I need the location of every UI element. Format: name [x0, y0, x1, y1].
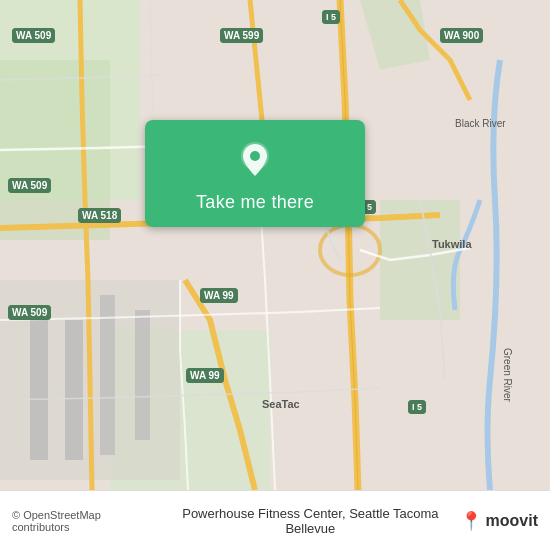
- highway-wa509-mid: WA 509: [8, 178, 51, 193]
- green-river-label: Green River: [502, 348, 513, 402]
- svg-rect-10: [135, 310, 150, 440]
- highway-wa518a: WA 518: [78, 208, 121, 223]
- svg-rect-8: [65, 320, 83, 460]
- highway-i5-north: I 5: [322, 10, 340, 24]
- highway-wa599: WA 599: [220, 28, 263, 43]
- black-river-label: Black River: [455, 118, 506, 129]
- highway-wa900: WA 900: [440, 28, 483, 43]
- highway-wa509-top: WA 509: [12, 28, 55, 43]
- seatac-label: SeaTac: [262, 398, 300, 410]
- copyright-text: © OpenStreetMap contributors: [12, 509, 161, 533]
- location-pin-icon: [233, 138, 277, 182]
- svg-rect-9: [100, 295, 115, 455]
- button-label: Take me there: [196, 192, 314, 213]
- tukwila-label: Tukwila: [432, 238, 472, 250]
- bottom-bar: © OpenStreetMap contributors Powerhouse …: [0, 490, 550, 550]
- highway-wa99-bot: WA 99: [186, 368, 224, 383]
- moovit-logo: 📍 moovit: [460, 510, 538, 532]
- highway-i5-south: I 5: [408, 400, 426, 414]
- location-name: Powerhouse Fitness Center, Seattle Tacom…: [161, 506, 459, 536]
- take-me-there-button[interactable]: Take me there: [145, 120, 365, 227]
- map-view[interactable]: I 5 I 5 I 5 WA 599 WA 900 WA 509 WA 509 …: [0, 0, 550, 490]
- moovit-brand: moovit: [486, 512, 538, 530]
- highway-wa99-top: WA 99: [200, 288, 238, 303]
- svg-rect-7: [30, 310, 48, 460]
- svg-point-13: [250, 151, 260, 161]
- moovit-pin-icon: 📍: [460, 510, 482, 532]
- highway-wa509-bot: WA 509: [8, 305, 51, 320]
